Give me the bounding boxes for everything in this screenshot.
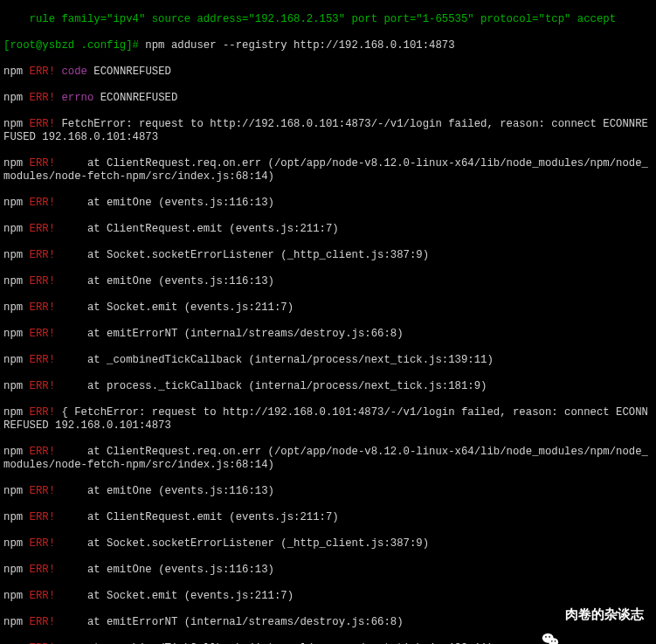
output-line: npm ERR! at Socket.emit (events.js:211:7… [3, 301, 653, 315]
output-line: npm ERR! at emitOne (events.js:116:13) [3, 485, 653, 498]
output-line: npm ERR! at ClientRequest.req.on.err (/o… [3, 157, 653, 184]
output-line: npm ERR! at emitOne (events.js:116:13) [3, 197, 653, 210]
output-line: npm ERR! at ClientRequest.emit (events.j… [3, 223, 653, 236]
output-line: npm ERR! at emitOne (events.js:116:13) [3, 275, 653, 288]
output-line: npm ERR! at process._tickCallback (inter… [3, 380, 653, 393]
output-line: npm ERR! at _combinedTickCallback (inter… [3, 354, 653, 367]
output-line: npm ERR! at Socket.socketErrorListener (… [3, 537, 653, 551]
output-line: npm ERR! at emitOne (events.js:116:13) [3, 564, 653, 577]
output-line: npm ERR! errno ECONNREFUSED [3, 92, 653, 105]
output-line: rule family="ipv4" source address="192.1… [3, 13, 653, 26]
output-line: npm ERR! at ClientRequest.req.on.err (/o… [3, 446, 653, 472]
output-line: npm ERR! at Socket.socketErrorListener (… [3, 249, 653, 262]
output-line: npm ERR! at ClientRequest.emit (events.j… [3, 511, 653, 524]
output-line: npm ERR! code ECONNREFUSED [3, 66, 653, 79]
output-line: npm ERR! FetchError: request to http://1… [3, 118, 653, 144]
output-line: npm ERR! { FetchError: request to http:/… [3, 406, 653, 433]
svg-point-2 [545, 636, 547, 638]
svg-point-3 [549, 636, 550, 638]
output-line: npm ERR! at emitErrorNT (internal/stream… [3, 328, 653, 341]
output-line: npm ERR! at Socket.emit (events.js:211:7… [3, 590, 653, 603]
terminal[interactable]: rule family="ipv4" source address="192.1… [0, 0, 656, 644]
prompt-line: [root@ysbzd .config]# npm adduser --regi… [3, 39, 653, 52]
output-line: npm ERR! at emitErrorNT (internal/stream… [3, 616, 653, 629]
